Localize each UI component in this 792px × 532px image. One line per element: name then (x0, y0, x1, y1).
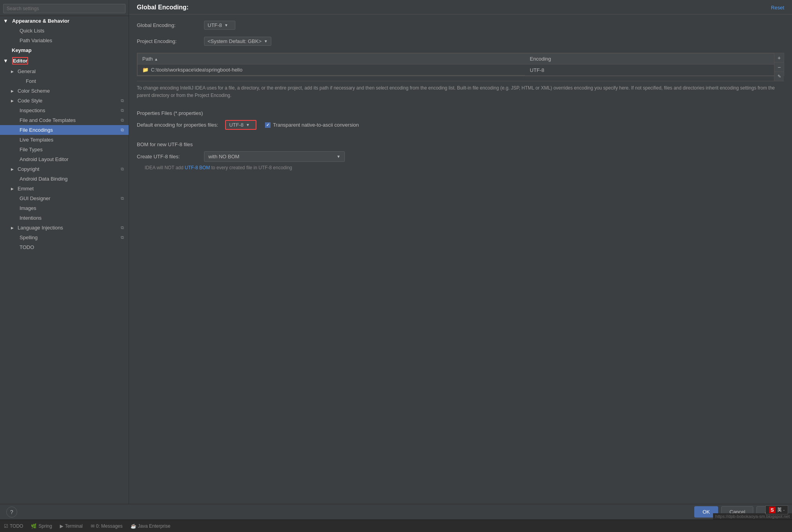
sidebar-item-file-and-code-templates[interactable]: File and Code Templates⧉ (0, 115, 129, 125)
idea-note: IDEA will NOT add UTF-8 BOM to every cre… (137, 165, 784, 170)
sidebar-item-label: Path Variables (20, 38, 52, 43)
project-encoding-dropdown[interactable]: <System Default: GBK> ▼ (204, 37, 271, 46)
expand-arrow: ▼ (3, 18, 8, 24)
sidebar-item-label: Keymap (12, 47, 32, 53)
spring-label: Spring (38, 523, 52, 529)
transparent-checkbox-row[interactable]: Transparent native-to-ascii conversion (265, 122, 359, 128)
sidebar-item-label: Intentions (20, 215, 41, 221)
properties-section-title: Properties Files (*.properties) (137, 110, 784, 116)
todo-label: TODO (10, 523, 23, 529)
sidebar-item-intentions[interactable]: Intentions (0, 213, 129, 223)
idea-note-text-after: to every created file in UTF-8 encoding (211, 165, 292, 170)
sidebar-item-keymap[interactable]: Keymap (0, 45, 129, 55)
sidebar-item-android-data-binding[interactable]: Android Data Binding (0, 174, 129, 184)
global-encoding-dropdown[interactable]: UTF-8 ▼ (204, 21, 235, 30)
sidebar-item-file-encodings[interactable]: File Encodings⧉ (0, 125, 129, 135)
project-encoding-value: <System Default: GBK> (208, 38, 262, 44)
sidebar-item-label: GUI Designer (20, 195, 50, 201)
sidebar-item-label: General (18, 68, 36, 74)
sidebar-item-spelling[interactable]: Spelling⧉ (0, 233, 129, 242)
sidebar-item-language-injections[interactable]: ▶Language Injections⧉ (0, 223, 129, 233)
sidebar-item-live-templates[interactable]: Live Templates (0, 135, 129, 145)
sidebar-item-label: Spelling (20, 235, 38, 240)
sidebar-item-label: Inspections (20, 107, 45, 113)
sidebar-item-emmet[interactable]: ▶Emmet (0, 184, 129, 193)
expand-arrow: ▶ (11, 167, 14, 171)
properties-encoding-row: Default encoding for properties files: U… (137, 120, 784, 130)
sidebar-item-color-scheme[interactable]: ▶Color Scheme (0, 86, 129, 96)
taskbar-messages[interactable]: ✉ 0: Messages (91, 523, 123, 529)
taskbar-todo[interactable]: ☑ TODO (4, 523, 23, 529)
default-encoding-label: Default encoding for properties files: (137, 122, 218, 128)
watermark-text: 英 (777, 507, 782, 513)
copy-icon: ⧉ (121, 167, 124, 172)
edit-row-button[interactable]: ✎ (774, 72, 784, 81)
path-value: C:\tools\workspace\idea\springboot-hello (151, 67, 242, 73)
copy-icon: ⧉ (121, 98, 124, 103)
sidebar-item-file-types[interactable]: File Types (0, 145, 129, 154)
sidebar-item-label: Copyright (18, 166, 39, 172)
sidebar-item-quick-lists[interactable]: Quick Lists (0, 26, 129, 36)
table-row[interactable]: 📁 C:\tools\workspace\idea\springboot-hel… (138, 64, 784, 76)
sidebar-item-appearance-behavior[interactable]: ▼Appearance & Behavior (0, 16, 129, 26)
sidebar-item-label: Color Scheme (18, 88, 50, 94)
create-utf8-dropdown[interactable]: with NO BOM ▼ (204, 151, 345, 162)
col-path-header[interactable]: Path ▲ (138, 54, 525, 64)
messages-label: 0: Messages (96, 523, 123, 529)
expand-arrow: ▶ (11, 99, 14, 103)
bom-section: BOM for new UTF-8 files Create UTF-8 fil… (137, 142, 784, 170)
help-button[interactable]: ? (6, 507, 17, 518)
sidebar-item-label: Code Style (18, 98, 43, 104)
copy-icon: ⧉ (121, 118, 124, 123)
properties-encoding-dropdown[interactable]: UTF-8 ▼ (225, 120, 256, 130)
sidebar-item-label: Language Injections (18, 225, 63, 231)
watermark-dots: · (783, 507, 785, 513)
main-content: Global Encoding: Reset Global Encoding: … (129, 0, 792, 504)
sidebar-item-inspections[interactable]: Inspections⧉ (0, 106, 129, 115)
sidebar-item-path-variables[interactable]: Path Variables (0, 36, 129, 45)
java-enterprise-label: Java Enterprise (138, 523, 170, 529)
path-table-container: Path ▲ Encoding 📁 C:\tools\workspace\ide… (137, 53, 784, 76)
settings-sidebar: ▼Appearance & BehaviorQuick ListsPath Va… (0, 0, 129, 504)
search-input[interactable] (3, 4, 125, 13)
terminal-icon: ▶ (60, 523, 63, 529)
copy-icon: ⧉ (121, 235, 124, 240)
sidebar-item-label: File and Code Templates (20, 117, 76, 123)
sidebar-item-label: Android Layout Editor (20, 156, 68, 162)
java-enterprise-icon: ☕ (131, 523, 136, 529)
utf8-bom-link[interactable]: UTF-8 BOM (185, 165, 210, 170)
expand-arrow: ▼ (3, 58, 8, 64)
sidebar-item-font[interactable]: Font (0, 76, 129, 86)
taskbar-java-enterprise[interactable]: ☕ Java Enterprise (131, 523, 170, 529)
sidebar-item-label: File Encodings (20, 127, 53, 133)
sidebar-item-images[interactable]: Images (0, 203, 129, 213)
sidebar-item-label: Live Templates (20, 137, 53, 143)
transparent-checkbox[interactable] (265, 122, 271, 128)
sidebar-item-code-style[interactable]: ▶Code Style⧉ (0, 96, 129, 106)
reset-button[interactable]: Reset (771, 5, 784, 11)
properties-section: Properties Files (*.properties) Default … (137, 110, 784, 134)
watermark: S 英 · (765, 505, 788, 514)
properties-encoding-arrow: ▼ (246, 123, 250, 127)
taskbar-spring[interactable]: 🌿 Spring (31, 523, 52, 529)
global-encoding-value: UTF-8 (208, 22, 222, 28)
remove-row-button[interactable]: − (774, 63, 784, 72)
sidebar-item-label: TODO (20, 244, 34, 250)
add-row-button[interactable]: + (774, 53, 784, 63)
col-encoding-header[interactable]: Encoding (525, 54, 751, 64)
sidebar-item-gui-designer[interactable]: GUI Designer⧉ (0, 193, 129, 203)
search-bar[interactable] (0, 2, 129, 16)
taskbar-terminal[interactable]: ▶ Terminal (60, 523, 82, 529)
sidebar-item-editor[interactable]: ▼Editor (0, 55, 129, 66)
sidebar-item-todo[interactable]: TODO (0, 242, 129, 252)
expand-arrow: ▶ (11, 187, 14, 191)
sidebar-item-android-layout-editor[interactable]: Android Layout Editor (0, 154, 129, 164)
sidebar-item-label: Android Data Binding (20, 176, 68, 182)
sidebar-item-copyright[interactable]: ▶Copyright⧉ (0, 164, 129, 174)
bottom-bar: ? OK Cancel Apply (0, 504, 792, 519)
global-encoding-arrow: ▼ (224, 23, 228, 27)
sidebar-item-general[interactable]: ▶General (0, 66, 129, 76)
terminal-label: Terminal (65, 523, 82, 529)
page-title: Global Encoding: (137, 4, 188, 11)
project-encoding-dropdown-arrow: ▼ (264, 39, 268, 43)
